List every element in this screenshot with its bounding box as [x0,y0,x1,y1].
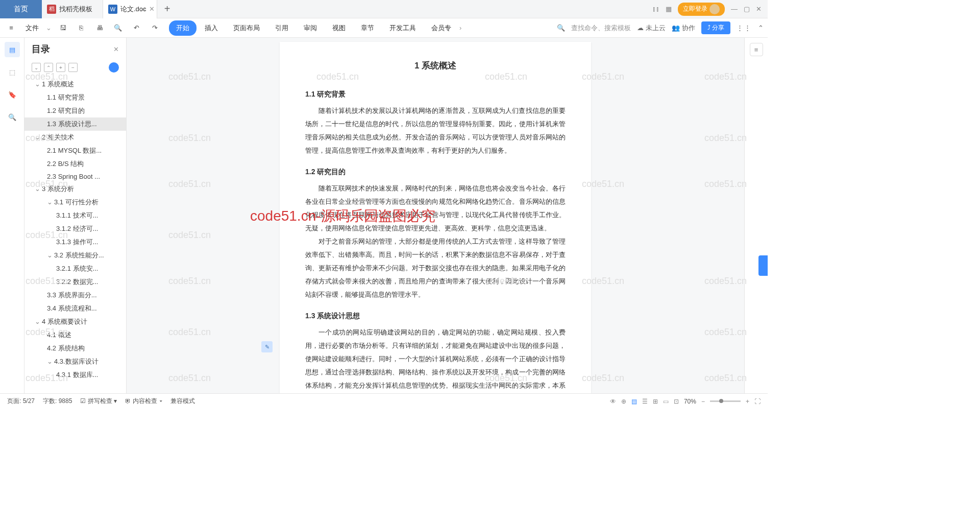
toc-item[interactable]: 3.1.3 操作可... [24,235,126,249]
tab-layout[interactable]: 页面布局 [226,20,267,36]
collapse-panel-icon[interactable]: ≡ [750,43,763,56]
tab-document[interactable]: W 论文.doc ▭ ✕ [103,0,157,18]
close-window-icon[interactable]: ✕ [756,5,762,13]
menu-file[interactable]: 文件 [22,23,42,33]
toc-item[interactable]: 3.1.1 技术可... [24,209,126,222]
more-icon[interactable]: ⋮⋮ [737,24,752,32]
expand-all-icon[interactable]: ⌃ [44,63,53,72]
nav-icon[interactable]: ⬚ [5,64,20,80]
redo-icon[interactable]: ↷ [148,21,162,35]
content-area[interactable]: 1 系统概述 1.1 研究背景 随着计算机技术的发展以及计算机网络的逐渐普及，互… [127,38,744,393]
tab-reference[interactable]: 引用 [268,20,296,36]
ruler-icon[interactable]: ⊡ [674,398,679,405]
tab-home[interactable]: 首页 [0,0,42,18]
tab-member[interactable]: 会员专 [424,20,458,36]
toc-item[interactable]: 2.2 B/S 结构 [24,157,126,171]
search-input[interactable]: 查找命令、搜索模板 [571,23,631,33]
content-check-button[interactable]: ⛨ 内容检查 ▾ [125,397,162,406]
save-icon[interactable]: 🖫 [56,21,70,35]
toc-item[interactable]: 3.3 系统界面分... [24,289,126,302]
minimize-icon[interactable]: — [731,5,738,13]
menubar: ≡ 文件 ⌄ 🖫 ⎘ 🖶 🔍 ↶ ↷ 开始 插入 页面布局 引用 审阅 视图 章… [0,18,768,38]
toc-item[interactable]: ⌄4.3.数据库设计 [24,355,126,368]
toc-item[interactable]: 1.3 系统设计思... [24,117,126,131]
apps-icon[interactable]: ▦ [666,5,672,13]
toc-item[interactable]: 3.2.1 系统安... [24,262,126,275]
export-icon[interactable]: ⎘ [74,21,88,35]
heading-11: 1.1 研究背景 [305,87,566,101]
toc-item[interactable]: 3.2.2 数据完... [24,275,126,289]
page-indicator[interactable]: 页面: 5/27 [7,397,35,406]
toc-item[interactable]: 4.3.1 数据库... [24,368,126,382]
login-button[interactable]: 立即登录 [678,3,725,16]
print-icon[interactable]: 🖶 [92,21,107,35]
expand-icon[interactable]: ⌃ [758,24,764,32]
toc-item[interactable]: ⌄4 系统概要设计 [24,315,126,328]
maximize-icon[interactable]: ▢ [744,5,750,13]
layout-icon[interactable]: ⫿⫿ [652,5,659,13]
toc-item[interactable]: 4.1 概述 [24,328,126,342]
tab-template[interactable]: 稻 找稻壳模板 [42,0,103,18]
tab-label: 找稻壳模板 [59,5,92,14]
view-read-icon[interactable]: ▭ [663,398,669,405]
zoom-slider[interactable] [710,400,741,402]
word-count[interactable]: 字数: 9885 [43,397,72,406]
tab-start[interactable]: 开始 [169,20,197,36]
search-rail-icon[interactable]: 🔍 [5,109,20,125]
sidebar-close-icon[interactable]: ✕ [113,45,119,53]
eye-icon[interactable]: 👁 [610,398,616,405]
collapse-all-icon[interactable]: ⌄ [32,63,41,72]
zoom-in-icon[interactable]: + [746,398,749,405]
preview-icon[interactable]: 🔍 [111,21,125,35]
share-button[interactable]: ⤴ 分享 [701,21,730,34]
tab-review[interactable]: 审阅 [297,20,324,36]
restore-icon[interactable]: ▭ [139,5,145,13]
tab-chapter[interactable]: 章节 [354,20,381,36]
float-tab[interactable] [758,255,768,276]
close-icon[interactable]: ✕ [149,5,155,13]
left-rail: ▤ ⬚ 🔖 🔍 [0,38,24,393]
toc-item[interactable]: 1.2 研究目的 [24,104,126,117]
toc-item[interactable]: 2.1 MYSQL 数据... [24,144,126,157]
view-outline-icon[interactable]: ☰ [642,398,648,405]
toc-item[interactable]: ⌄3.2 系统性能分... [24,249,126,262]
toc-item[interactable]: 3.4 系统流程和... [24,302,126,315]
hamburger-icon[interactable]: ≡ [4,21,18,35]
zoom-out-icon[interactable]: − [701,398,705,405]
comment-icon[interactable]: ✎ [261,341,273,352]
sidebar-tools: ⌄ ⌃ + − [24,60,126,78]
collab-button[interactable]: 👥 协作 [672,23,695,33]
heading-12: 1.2 研究目的 [305,164,566,179]
toc-item[interactable]: 2.3 Spring Boot ... [24,171,126,182]
zoom-level[interactable]: 70% [684,398,696,405]
lightbulb-icon[interactable]: ⊕ [621,398,626,405]
toc-item[interactable]: ⌄3.1 可行性分析 [24,196,126,209]
toc-item[interactable]: ⌄3 系统分析 [24,182,126,196]
toc-item[interactable]: ⌄2 相关技术 [24,131,126,144]
fullscreen-icon[interactable]: ⛶ [754,398,761,405]
window-controls: ⫿⫿ ▦ 立即登录 — ▢ ✕ [652,3,768,16]
tab-view[interactable]: 视图 [325,20,353,36]
paragraph: 随着互联网技术的快速发展，网络时代的到来，网络信息也将会改变当今社会。各行各业在… [305,182,566,235]
view-web-icon[interactable]: ⊞ [653,398,658,405]
spellcheck-button[interactable]: ☑ 拼写检查 ▾ [80,397,117,406]
toc-item[interactable]: 1.1 研究背景 [24,91,126,104]
sync-icon[interactable] [109,62,119,73]
tab-insert[interactable]: 插入 [198,20,225,36]
cloud-icon[interactable]: ☁ 未上云 [637,23,666,33]
outline-icon[interactable]: ▤ [5,42,20,57]
add-icon[interactable]: + [56,63,65,72]
sidebar: 目录 ✕ ⌄ ⌃ + − ⌄1 系统概述1.1 研究背景1.2 研究目的1.3 … [24,38,127,393]
heading-13: 1.3 系统设计思想 [305,309,566,323]
toc-item[interactable]: 4.2 系统结构 [24,342,126,355]
new-tab-button[interactable]: + [157,0,178,18]
view-page-icon[interactable]: ▤ [631,398,637,405]
compat-mode: 兼容模式 [170,397,195,406]
remove-icon[interactable]: − [68,63,78,72]
toc-item[interactable]: ⌄1 系统概述 [24,78,126,91]
tab-devtools[interactable]: 开发工具 [382,20,423,36]
bookmark-icon[interactable]: 🔖 [5,87,20,102]
toc-item[interactable]: 3.1.2 经济可... [24,222,126,235]
undo-icon[interactable]: ↶ [129,21,143,35]
sidebar-title: 目录 [32,43,50,55]
